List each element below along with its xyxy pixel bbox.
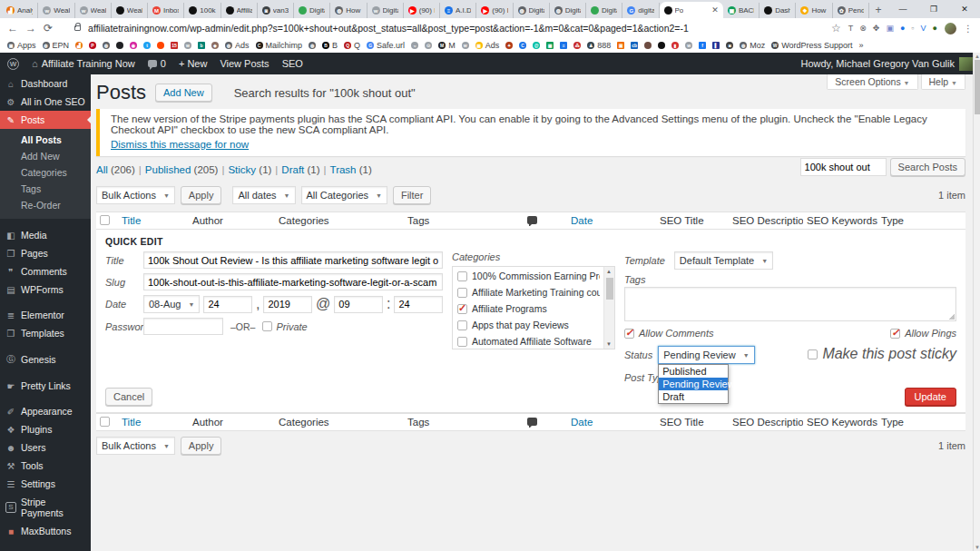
allow-comments-checkbox[interactable] [624,329,634,339]
browser-tab-digita[interactable]: ◍Digita [550,3,586,18]
bookmark-item-mailchimp[interactable]: CMailchimp [256,41,303,50]
allow-pings-checkbox[interactable] [890,329,900,339]
apply-button[interactable]: Apply [181,186,222,204]
dismiss-notice-link[interactable]: Dismiss this message for now [111,139,249,150]
resize-handle[interactable] [948,313,955,320]
bookmark-item[interactable]: ✦ [505,42,513,49]
browser-tab-how-t[interactable]: ◍How t [330,3,367,18]
close-button[interactable]: ✕ [949,0,980,18]
bookmark-item[interactable]: @ [533,42,540,49]
category-checkbox[interactable] [457,304,467,314]
title-input[interactable] [143,251,443,269]
scroll-down-icon[interactable]: ▼ [975,545,980,550]
admin-bar-new[interactable]: + New [179,58,208,69]
sidebar-item-pretty-links[interactable]: ☛Pretty Links [0,377,91,395]
bulk-actions-select-bottom[interactable]: Bulk Actions▼ [96,437,175,455]
browser-tab-inbox[interactable]: MInbox [148,3,184,18]
sidebar-item-tools[interactable]: ⚒Tools [0,457,91,475]
bookmark-item-ads[interactable]: ◍Ads [225,41,250,50]
bookmark-item-ads[interactable]: ▦Ads [475,41,500,50]
browser-tab-wealt[interactable]: wWealt [38,3,74,18]
bookmark-item[interactable] [658,42,665,49]
browser-tab-a-i-d[interactable]: ≡A.I.D. [440,3,476,18]
sidebar-item-genesis[interactable]: ⒼGenesis [0,349,91,369]
sidebar-item-media[interactable]: ◧Media [0,226,91,244]
browser-tab-90-d[interactable]: ▶(90) D [404,3,440,18]
extension-icon[interactable]: V [921,25,926,33]
view-link-sticky[interactable]: Sticky (1) [228,164,271,175]
sidebar-item-plugins[interactable]: ❖Plugins [0,420,91,438]
select-all-checkbox[interactable] [100,215,110,225]
extension-icon[interactable]: ● [933,25,937,33]
sidebar-subitem-all-posts[interactable]: All Posts [0,132,91,148]
all-categories-select[interactable]: All Categories▼ [301,186,387,204]
category-checkbox[interactable] [457,337,467,347]
bookmark-item[interactable]: ⁂ [573,42,581,49]
extension-icon[interactable]: ● [900,25,905,33]
bookmark-item[interactable]: ≡ [560,42,567,49]
category-checkbox[interactable] [457,288,467,298]
browser-tab-90-d[interactable]: ▶(90) D [476,3,513,18]
bookmark-item-safe-url[interactable]: GSafe.url [367,41,405,50]
sidebar-item-posts[interactable]: ✎Posts [0,111,91,129]
bookmark-item[interactable]: ◉ [130,42,137,49]
bookmark-item[interactable]: ▣ [617,42,624,49]
browser-tab-digita[interactable]: Gdigita [622,3,659,18]
sidebar-item-templates[interactable]: ❒Templates [0,324,91,342]
bookmark-item[interactable]: w [685,42,692,49]
browser-tab-analy[interactable]: ▟Analy [2,3,38,18]
sidebar-item-users[interactable]: ☻Users [0,438,91,457]
tags-textarea[interactable] [624,287,956,321]
bookmark-item[interactable]: ▮ [671,42,679,49]
scroll-up-icon[interactable]: ▲ [975,54,980,59]
extension-icon[interactable]: ▣ [886,25,894,33]
bookmark-item[interactable]: ▦ [546,42,554,49]
bookmark-item[interactable]: f [699,42,706,49]
admin-bar-comments[interactable]: 0 [148,58,166,69]
slug-input[interactable] [143,273,443,290]
browser-tab-digita[interactable]: wDigita [368,3,404,18]
bookmark-item[interactable]: ◆ [211,42,219,49]
browser-tab-100k-s[interactable]: 100k s [184,3,220,18]
bookmark-item-moz[interactable]: ◍Moz [740,41,765,50]
extension-icon[interactable]: ▫ [911,25,914,33]
filter-button[interactable]: Filter [393,186,431,204]
bookmark-item[interactable]: b [198,42,205,49]
browser-menu-icon[interactable]: ⋮ [964,24,973,34]
day-input[interactable] [203,296,252,313]
bookmark-item[interactable]: ▌ [712,42,720,49]
scrollbar-thumb[interactable] [606,278,613,300]
bookmark-item[interactable]: 15 [171,42,178,49]
scroll-up-icon[interactable]: ▲ [606,269,612,274]
sidebar-item-stripe-payments[interactable]: SStripe Payments [0,493,91,522]
status-option-draft[interactable]: Draft [659,390,728,403]
browser-tab-digita[interactable]: Digita [586,3,622,18]
status-option-published[interactable]: Published [659,365,728,378]
sidebar-item-settings[interactable]: ☰Settings [0,475,91,493]
template-select[interactable]: Default Template▼ [674,251,773,270]
bookmark-item[interactable]: ◍ [309,42,316,49]
category-checkbox[interactable] [457,271,467,281]
view-link-draft[interactable]: Draft (1) [281,164,319,175]
bookmark-item-apps[interactable]: ▦Apps [7,41,36,50]
column-header-title[interactable]: Title [118,215,189,226]
search-posts-input[interactable] [800,158,887,176]
sidebar-item-comments[interactable]: ❞Comments [0,262,91,280]
column-header-date[interactable]: Date [567,215,656,226]
browser-tab-van31[interactable]: ◙van31 [258,3,294,18]
sidebar-item-word-count[interactable]: ≣Word Count [0,547,91,551]
sidebar-item-maxbuttons[interactable]: ■MaxButtons [0,522,91,540]
minute-input[interactable] [394,296,443,313]
bookmark-item[interactable]: t [143,42,151,49]
bookmark-item[interactable]: ▟ [75,42,83,49]
extension-icon[interactable]: T [848,25,854,33]
bookmark-item[interactable]: ⊙ [425,42,432,49]
sticky-checkbox[interactable] [808,349,818,359]
sidebar-item-dashboard[interactable]: ⌂Dashboard [0,74,91,93]
sidebar-subitem-add-new[interactable]: Add New [0,148,91,164]
bookmark-item[interactable]: ◙ [726,42,733,49]
sidebar-item-wpforms[interactable]: ▤WPForms [0,280,91,299]
admin-bar-view-posts[interactable]: View Posts [220,58,269,69]
browser-tab-how-t[interactable]: ❖How t [796,3,832,18]
sidebar-item-all-in-one-seo[interactable]: ⚙All in One SEO [0,93,91,111]
